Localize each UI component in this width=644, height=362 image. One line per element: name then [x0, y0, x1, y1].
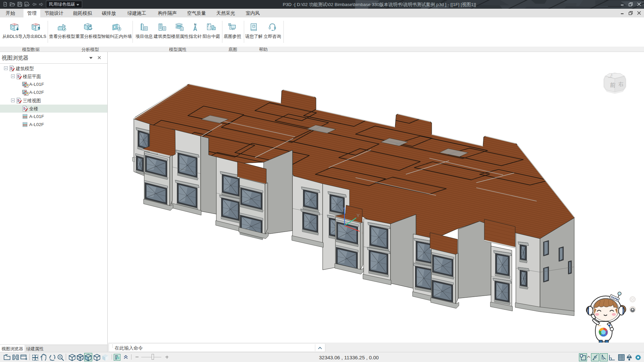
svg-text:Y: Y: [357, 213, 360, 218]
svg-text:Z: Z: [342, 207, 345, 212]
svg-text:右: 右: [618, 81, 624, 87]
svg-text:×: ×: [362, 230, 364, 236]
svg-text:uau: uau: [598, 324, 601, 326]
svg-text:前: 前: [610, 82, 616, 88]
